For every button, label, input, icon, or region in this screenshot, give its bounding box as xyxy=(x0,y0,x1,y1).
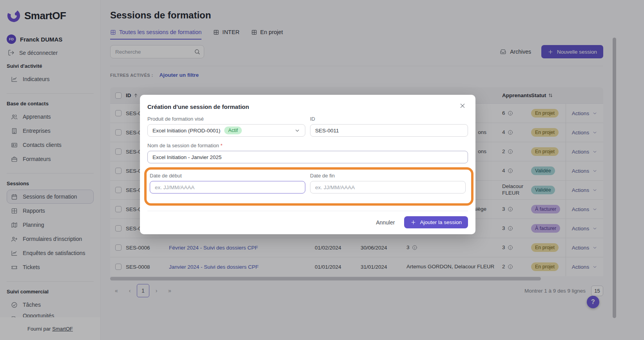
start-date-input-wrap xyxy=(150,181,305,194)
modal-row-1: Produit de formation visé Excel Initiati… xyxy=(147,110,468,137)
plus-icon xyxy=(410,219,416,225)
end-date-label: Date de fin xyxy=(310,173,466,179)
id-label: ID xyxy=(310,116,468,122)
start-date-field: Date de début xyxy=(150,170,305,194)
name-field: Nom de la session de formation * xyxy=(147,143,468,163)
cancel-button[interactable]: Annuler xyxy=(376,219,395,226)
end-date-input[interactable] xyxy=(315,184,461,190)
end-date-field: Date de fin xyxy=(310,170,466,194)
product-field: Produit de formation visé Excel Initiati… xyxy=(147,110,305,137)
modal-dates-row: Date de début Date de fin xyxy=(150,170,466,194)
add-session-label: Ajouter la session xyxy=(420,219,462,225)
modal-header: Création d'une session de formation xyxy=(147,101,468,110)
dates-highlight-ring: Date de début Date de fin xyxy=(144,167,473,206)
end-date-input-wrap xyxy=(310,181,466,194)
modal-footer: Annuler Ajouter la session xyxy=(147,211,468,228)
create-session-modal: Création d'une session de formation Prod… xyxy=(140,95,475,234)
close-icon[interactable] xyxy=(459,101,468,110)
start-date-label: Date de début xyxy=(150,173,305,179)
id-field: ID xyxy=(310,110,468,137)
add-session-button[interactable]: Ajouter la session xyxy=(404,216,468,228)
app-screen: SmartOF FD Franck DUMAS Se déconnecter S… xyxy=(0,0,644,340)
session-name-input-wrap xyxy=(147,151,468,163)
session-id-input-wrap xyxy=(310,124,468,137)
modal-title: Création d'une session de formation xyxy=(147,101,249,110)
start-date-input[interactable] xyxy=(155,184,300,190)
product-value: Excel Initiation (PROD-0001) xyxy=(152,128,220,134)
session-name-input[interactable] xyxy=(152,154,463,160)
product-label: Produit de formation visé xyxy=(147,116,305,122)
actif-badge: Actif xyxy=(224,127,241,134)
session-name-label: Nom de la session de formation * xyxy=(147,143,468,148)
required-asterisk: * xyxy=(220,143,222,148)
session-id-input[interactable] xyxy=(315,128,463,134)
chevron-down-icon xyxy=(294,128,300,134)
product-select[interactable]: Excel Initiation (PROD-0001) Actif xyxy=(147,124,305,137)
